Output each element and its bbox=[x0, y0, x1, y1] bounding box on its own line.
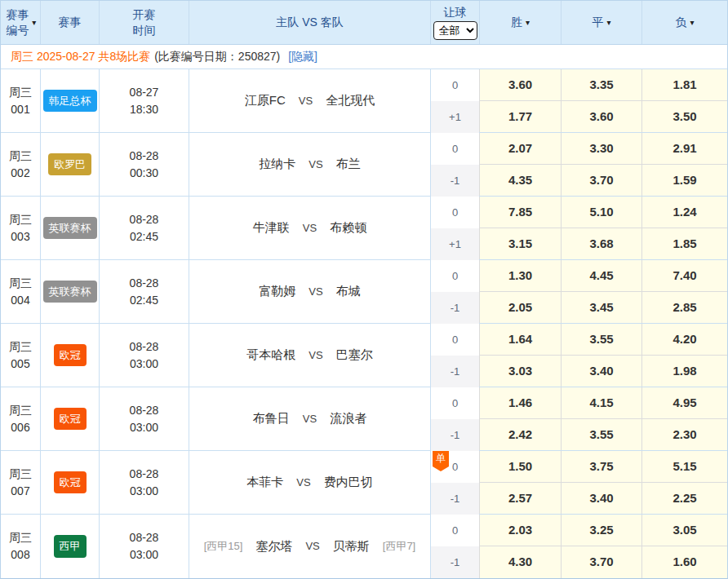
header-lose[interactable]: 负▾ bbox=[642, 1, 727, 44]
lose-odds-cell: 4.20 1.98 bbox=[642, 324, 727, 387]
odds-win-line2[interactable]: 3.03 bbox=[480, 356, 561, 387]
odds-draw-line2[interactable]: 3.55 bbox=[562, 419, 641, 450]
odds-lose-line2[interactable]: 2.85 bbox=[642, 292, 727, 323]
odds-draw-line1[interactable]: 3.35 bbox=[562, 69, 641, 101]
odds-win-line1[interactable]: 1.50 bbox=[480, 451, 561, 483]
odds-draw-line1[interactable]: 3.75 bbox=[562, 451, 641, 483]
league-badge: 韩足总杯 bbox=[43, 90, 97, 113]
odds-win-line2[interactable]: 4.35 bbox=[480, 165, 561, 196]
match-day: 周三 bbox=[9, 402, 32, 419]
date-summary: 周三 2025-08-27 共8场比赛 bbox=[11, 50, 150, 64]
odds-win-line1[interactable]: 2.07 bbox=[480, 133, 561, 165]
vs-label: VS bbox=[299, 93, 313, 109]
odds-draw-line1[interactable]: 5.10 bbox=[562, 197, 641, 228]
odds-lose-line2[interactable]: 1.98 bbox=[642, 356, 727, 387]
match-date: 08-28 bbox=[130, 338, 159, 356]
odds-lose-line1[interactable]: 4.95 bbox=[642, 387, 727, 419]
start-time-cell: 08-28 03:00 bbox=[100, 515, 189, 578]
odds-draw-line1[interactable]: 3.30 bbox=[562, 133, 641, 165]
away-team: 巴塞尔 bbox=[336, 346, 373, 365]
match-date: 08-28 bbox=[130, 402, 159, 419]
odds-lose-line1[interactable]: 2.91 bbox=[642, 133, 727, 165]
odds-lose-line1[interactable]: 3.05 bbox=[642, 515, 727, 546]
header-win[interactable]: 胜▾ bbox=[480, 1, 562, 44]
odds-win-line1[interactable]: 7.85 bbox=[480, 197, 561, 228]
match-time: 00:30 bbox=[130, 165, 158, 182]
odds-draw-line2[interactable]: 3.68 bbox=[562, 228, 641, 259]
league-badge: 西甲 bbox=[54, 535, 87, 558]
match-date: 08-28 bbox=[130, 529, 159, 546]
vs-label: VS bbox=[296, 475, 310, 491]
odds-lose-line1[interactable]: 1.24 bbox=[642, 197, 727, 228]
lose-odds-cell: 7.40 2.85 bbox=[642, 260, 727, 323]
odds-win-line2[interactable]: 2.05 bbox=[480, 292, 561, 323]
match-no: 007 bbox=[11, 483, 29, 500]
odds-draw-line2[interactable]: 3.45 bbox=[562, 292, 641, 323]
odds-win-line1[interactable]: 1.46 bbox=[480, 387, 561, 419]
match-date: 08-28 bbox=[130, 275, 159, 292]
odds-draw-line1[interactable]: 3.25 bbox=[562, 515, 641, 546]
odds-draw-line2[interactable]: 3.70 bbox=[562, 165, 641, 196]
odds-lose-line2[interactable]: 1.59 bbox=[642, 165, 727, 196]
sort-arrow-icon: ▾ bbox=[526, 17, 530, 29]
odds-win-line2[interactable]: 4.30 bbox=[480, 546, 561, 578]
odds-draw-line1[interactable]: 3.55 bbox=[562, 324, 641, 356]
header-win-label: 胜 bbox=[511, 15, 522, 30]
odds-draw-line2[interactable]: 3.40 bbox=[562, 483, 641, 514]
header-match-no[interactable]: 赛事编号▾ bbox=[1, 1, 41, 44]
match-number-cell: 周三 007 bbox=[1, 451, 41, 514]
match-row: 周三 006 欧冠 08-28 03:00 布鲁日 VS 流浪者 单 0 -1 … bbox=[1, 387, 727, 451]
odds-lose-line2[interactable]: 2.25 bbox=[642, 483, 727, 514]
odds-win-line2[interactable]: 2.57 bbox=[480, 483, 561, 514]
odds-draw-line2[interactable]: 3.70 bbox=[562, 546, 641, 578]
odds-win-line2[interactable]: 2.42 bbox=[480, 419, 561, 450]
odds-win-line2[interactable]: 3.15 bbox=[480, 228, 561, 259]
odds-draw-line1[interactable]: 4.15 bbox=[562, 387, 641, 419]
league-cell: 西甲 bbox=[41, 515, 100, 578]
match-time: 02:45 bbox=[130, 228, 158, 245]
handicap-cell: 单 0 -1 bbox=[431, 451, 480, 514]
header-draw[interactable]: 平▾ bbox=[562, 1, 642, 44]
lose-odds-cell: 1.24 1.85 bbox=[642, 197, 727, 259]
start-time-cell: 08-28 00:30 bbox=[100, 133, 189, 196]
away-team: 布兰 bbox=[336, 155, 361, 174]
header-teams-label: 主队 VS 客队 bbox=[276, 15, 343, 30]
league-badge: 欧罗巴 bbox=[48, 153, 91, 176]
match-day: 周三 bbox=[9, 84, 32, 101]
match-date: 08-28 bbox=[130, 148, 159, 165]
lose-odds-cell: 1.81 3.50 bbox=[642, 69, 727, 132]
odds-draw-line2[interactable]: 3.60 bbox=[562, 101, 641, 132]
handicap-filter-select[interactable]: 全部 bbox=[433, 21, 477, 40]
odds-lose-line1[interactable]: 4.20 bbox=[642, 324, 727, 356]
start-time-cell: 08-28 03:00 bbox=[100, 451, 189, 514]
odds-lose-line1[interactable]: 7.40 bbox=[642, 260, 727, 292]
odds-win-line1[interactable]: 1.30 bbox=[480, 260, 561, 292]
odds-win-line1[interactable]: 3.60 bbox=[480, 69, 561, 101]
handicap-line1: 0 bbox=[431, 197, 479, 228]
handicap-line2: +1 bbox=[431, 101, 479, 133]
odds-lose-line2[interactable]: 1.85 bbox=[642, 228, 727, 259]
draw-odds-cell: 3.25 3.70 bbox=[562, 515, 642, 578]
vs-label: VS bbox=[309, 284, 322, 300]
odds-lose-line2[interactable]: 2.30 bbox=[642, 419, 727, 450]
header-handicap: 让球 全部 bbox=[431, 1, 480, 44]
odds-win-line2[interactable]: 1.77 bbox=[480, 101, 561, 132]
odds-lose-line1[interactable]: 5.15 bbox=[642, 451, 727, 483]
odds-draw-line2[interactable]: 3.40 bbox=[562, 356, 641, 387]
odds-lose-line2[interactable]: 3.50 bbox=[642, 101, 727, 132]
odds-win-line1[interactable]: 1.64 bbox=[480, 324, 561, 356]
match-date: 08-27 bbox=[130, 84, 159, 101]
hide-link[interactable]: [隐藏] bbox=[288, 50, 317, 64]
handicap-cell: 单 0 +1 bbox=[431, 197, 480, 259]
header-competition-label: 赛事 bbox=[59, 15, 82, 30]
draw-odds-cell: 4.15 3.55 bbox=[562, 387, 642, 450]
odds-draw-line1[interactable]: 4.45 bbox=[562, 260, 641, 292]
odds-win-line1[interactable]: 2.03 bbox=[480, 515, 561, 546]
handicap-line1: 0 bbox=[431, 387, 479, 419]
match-no: 003 bbox=[11, 228, 29, 245]
odds-lose-line2[interactable]: 1.60 bbox=[642, 546, 727, 578]
away-team: 贝蒂斯 bbox=[333, 537, 370, 556]
match-day: 周三 bbox=[9, 466, 32, 483]
odds-lose-line1[interactable]: 1.81 bbox=[642, 69, 727, 101]
home-rank-note: [西甲15] bbox=[204, 538, 243, 555]
